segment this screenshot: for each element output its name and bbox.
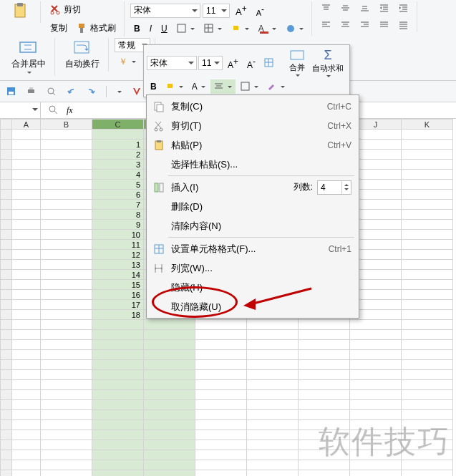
cell[interactable]: [12, 140, 41, 150]
cell[interactable]: [12, 430, 41, 440]
cell[interactable]: [144, 420, 195, 430]
cell[interactable]: [144, 450, 195, 460]
cell[interactable]: [144, 370, 195, 380]
cell[interactable]: [41, 130, 92, 140]
row-header[interactable]: [1, 350, 12, 360]
cell[interactable]: [247, 410, 299, 420]
border2-button[interactable]: [200, 21, 225, 36]
cell[interactable]: [92, 410, 144, 420]
cell[interactable]: [350, 340, 402, 350]
cell[interactable]: [12, 350, 41, 360]
cell[interactable]: [247, 420, 299, 430]
row-header[interactable]: [1, 270, 12, 280]
cell[interactable]: [402, 430, 453, 440]
row-header[interactable]: [1, 430, 12, 440]
cell[interactable]: [299, 390, 350, 400]
cell[interactable]: [41, 370, 92, 380]
row-header[interactable]: [1, 240, 12, 250]
cell[interactable]: [350, 390, 402, 400]
cell[interactable]: [12, 440, 41, 450]
cell[interactable]: [144, 350, 195, 360]
col-count-spinner[interactable]: 4: [317, 180, 351, 195]
italic-button[interactable]: I: [146, 21, 155, 36]
decrease-font-button[interactable]: A-: [253, 2, 268, 19]
font-color-button[interactable]: A: [255, 21, 280, 36]
cell[interactable]: [247, 390, 299, 400]
cell[interactable]: [402, 320, 453, 330]
cell[interactable]: [41, 270, 92, 280]
cell[interactable]: [41, 140, 92, 150]
cell[interactable]: [402, 190, 453, 200]
cell[interactable]: [41, 420, 92, 430]
cell[interactable]: [402, 180, 453, 190]
row-header[interactable]: [1, 260, 12, 270]
name-box[interactable]: [0, 102, 41, 118]
cell[interactable]: [299, 440, 350, 450]
cell[interactable]: [12, 190, 41, 200]
cell[interactable]: [402, 240, 453, 250]
cell[interactable]: [12, 340, 41, 350]
cell[interactable]: [92, 430, 144, 440]
row-header[interactable]: [1, 140, 12, 150]
cell[interactable]: [195, 440, 247, 450]
mini-fill[interactable]: [162, 79, 187, 94]
cell[interactable]: [402, 380, 453, 390]
cell[interactable]: [92, 320, 144, 330]
cell[interactable]: [402, 370, 453, 380]
cell[interactable]: [299, 340, 350, 350]
cell[interactable]: [41, 340, 92, 350]
cell[interactable]: [402, 150, 453, 160]
cell[interactable]: [12, 380, 41, 390]
cell[interactable]: 3: [92, 160, 144, 170]
row-header[interactable]: [1, 360, 12, 370]
row-header[interactable]: [1, 170, 12, 180]
row-header[interactable]: [1, 450, 12, 460]
cell[interactable]: 12: [92, 250, 144, 260]
cell[interactable]: [402, 200, 453, 210]
row-header[interactable]: [1, 230, 12, 240]
cell[interactable]: [195, 400, 247, 410]
qat-undo-button[interactable]: [63, 84, 80, 99]
align-center-button[interactable]: [337, 18, 354, 32]
cell[interactable]: 5: [92, 180, 144, 190]
cell[interactable]: [195, 320, 247, 330]
cell[interactable]: [247, 350, 299, 360]
cell[interactable]: [350, 360, 402, 370]
cell[interactable]: [12, 420, 41, 430]
cell[interactable]: [195, 390, 247, 400]
row-header[interactable]: [1, 460, 12, 470]
cell[interactable]: [41, 350, 92, 360]
cell[interactable]: [41, 400, 92, 410]
cell[interactable]: [41, 410, 92, 420]
mini-more[interactable]: [263, 79, 288, 94]
cell[interactable]: [299, 400, 350, 410]
cell[interactable]: [247, 460, 299, 470]
cell[interactable]: [402, 390, 453, 400]
format-button[interactable]: [282, 21, 307, 36]
cell[interactable]: [12, 370, 41, 380]
cell[interactable]: [12, 240, 41, 250]
cell[interactable]: [12, 280, 41, 290]
cell[interactable]: [402, 330, 453, 340]
cell[interactable]: 10: [92, 230, 144, 240]
cell[interactable]: [195, 410, 247, 420]
row-header[interactable]: [1, 470, 12, 477]
row-header[interactable]: [1, 190, 12, 200]
cell[interactable]: 13: [92, 260, 144, 270]
cell[interactable]: [144, 390, 195, 400]
cell[interactable]: [195, 430, 247, 440]
cell[interactable]: [402, 230, 453, 240]
cell[interactable]: [144, 400, 195, 410]
cell[interactable]: [144, 360, 195, 370]
cell[interactable]: [144, 330, 195, 340]
justify-button[interactable]: [376, 18, 393, 32]
qat-save-button[interactable]: [3, 84, 20, 99]
cell[interactable]: [41, 380, 92, 390]
cell[interactable]: [350, 430, 402, 440]
cell[interactable]: [92, 370, 144, 380]
cell[interactable]: [350, 330, 402, 340]
cell[interactable]: [299, 350, 350, 360]
cell[interactable]: [247, 380, 299, 390]
row-header[interactable]: [1, 160, 12, 170]
cell[interactable]: [41, 190, 92, 200]
